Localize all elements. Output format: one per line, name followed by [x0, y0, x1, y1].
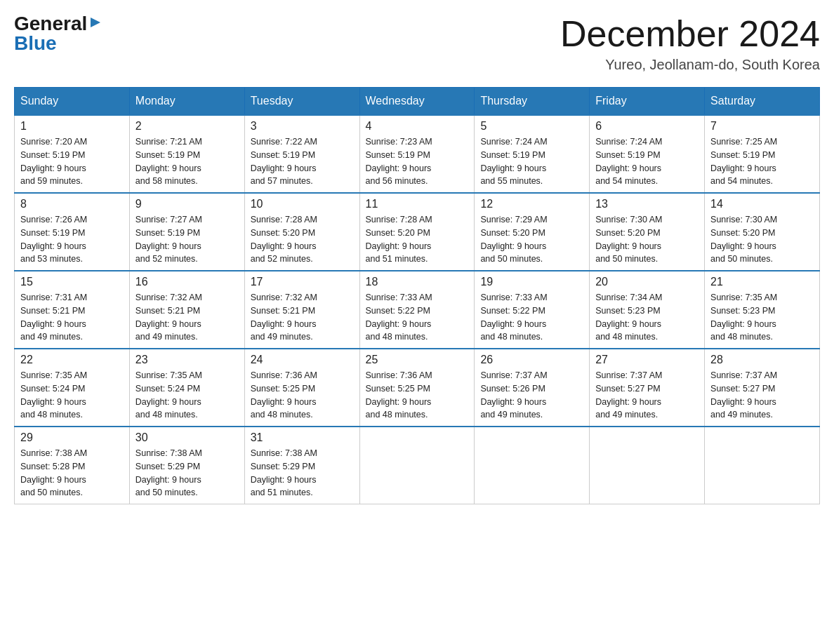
day-number: 25 — [366, 354, 469, 366]
day-number: 31 — [251, 431, 354, 444]
day-number: 13 — [595, 198, 699, 210]
calendar-cell: 25 Sunrise: 7:36 AMSunset: 5:25 PMDaylig… — [359, 349, 475, 427]
day-info: Sunrise: 7:37 AMSunset: 5:27 PMDaylight:… — [710, 370, 777, 420]
calendar-cell: 15 Sunrise: 7:31 AMSunset: 5:21 PMDaylig… — [15, 271, 130, 349]
week-row-4: 22 Sunrise: 7:35 AMSunset: 5:24 PMDaylig… — [15, 349, 820, 427]
header-thursday: Thursday — [475, 88, 590, 116]
calendar-header: Sunday Monday Tuesday Wednesday Thursday… — [15, 88, 820, 116]
calendar-cell: 3 Sunrise: 7:22 AMSunset: 5:19 PMDayligh… — [244, 115, 359, 193]
calendar-cell: 29 Sunrise: 7:38 AMSunset: 5:28 PMDaylig… — [15, 427, 130, 504]
calendar-cell: 2 Sunrise: 7:21 AMSunset: 5:19 PMDayligh… — [129, 115, 244, 193]
calendar-table: Sunday Monday Tuesday Wednesday Thursday… — [14, 87, 820, 504]
logo-triangle-icon — [89, 16, 102, 32]
calendar-cell: 4 Sunrise: 7:23 AMSunset: 5:19 PMDayligh… — [359, 115, 475, 193]
day-number: 29 — [20, 431, 124, 444]
calendar-cell: 13 Sunrise: 7:30 AMSunset: 5:20 PMDaylig… — [590, 193, 705, 271]
week-row-2: 8 Sunrise: 7:26 AMSunset: 5:19 PMDayligh… — [15, 193, 820, 271]
day-number: 22 — [20, 354, 124, 366]
day-info: Sunrise: 7:34 AMSunset: 5:23 PMDaylight:… — [595, 293, 662, 342]
day-info: Sunrise: 7:30 AMSunset: 5:20 PMDaylight:… — [710, 215, 777, 264]
week-row-1: 1 Sunrise: 7:20 AMSunset: 5:19 PMDayligh… — [15, 115, 820, 193]
month-title: December 2024 — [560, 14, 820, 54]
day-number: 23 — [135, 354, 239, 366]
logo-blue-text: Blue — [14, 32, 57, 54]
day-info: Sunrise: 7:31 AMSunset: 5:21 PMDaylight:… — [20, 293, 87, 342]
day-info: Sunrise: 7:28 AMSunset: 5:20 PMDaylight:… — [366, 215, 432, 264]
weekday-header-row: Sunday Monday Tuesday Wednesday Thursday… — [15, 88, 820, 116]
day-number: 5 — [480, 120, 583, 133]
day-info: Sunrise: 7:23 AMSunset: 5:19 PMDaylight:… — [366, 137, 432, 186]
svg-marker-0 — [91, 18, 100, 27]
day-info: Sunrise: 7:37 AMSunset: 5:26 PMDaylight:… — [480, 370, 547, 420]
header-monday: Monday — [129, 88, 244, 116]
day-info: Sunrise: 7:22 AMSunset: 5:19 PMDaylight:… — [251, 137, 317, 186]
header-sunday: Sunday — [15, 88, 130, 116]
day-info: Sunrise: 7:37 AMSunset: 5:27 PMDaylight:… — [595, 370, 662, 420]
calendar-cell: 8 Sunrise: 7:26 AMSunset: 5:19 PMDayligh… — [15, 193, 130, 271]
day-number: 9 — [135, 198, 239, 210]
day-number: 20 — [595, 276, 699, 288]
day-info: Sunrise: 7:26 AMSunset: 5:19 PMDaylight:… — [20, 215, 87, 264]
page-header: General Blue December 2024 Yureo, Jeolla… — [14, 14, 820, 73]
calendar-cell: 11 Sunrise: 7:28 AMSunset: 5:20 PMDaylig… — [359, 193, 475, 271]
calendar-cell: 12 Sunrise: 7:29 AMSunset: 5:20 PMDaylig… — [475, 193, 590, 271]
day-info: Sunrise: 7:32 AMSunset: 5:21 PMDaylight:… — [251, 293, 317, 342]
calendar-cell: 6 Sunrise: 7:24 AMSunset: 5:19 PMDayligh… — [590, 115, 705, 193]
day-number: 26 — [480, 354, 583, 366]
day-number: 10 — [251, 198, 354, 210]
calendar-cell: 7 Sunrise: 7:25 AMSunset: 5:19 PMDayligh… — [705, 115, 820, 193]
header-wednesday: Wednesday — [359, 88, 475, 116]
day-number: 4 — [366, 120, 469, 133]
day-number: 14 — [710, 198, 814, 210]
day-info: Sunrise: 7:38 AMSunset: 5:28 PMDaylight:… — [20, 448, 87, 497]
calendar-cell: 24 Sunrise: 7:36 AMSunset: 5:25 PMDaylig… — [244, 349, 359, 427]
calendar-cell: 14 Sunrise: 7:30 AMSunset: 5:20 PMDaylig… — [705, 193, 820, 271]
day-info: Sunrise: 7:36 AMSunset: 5:25 PMDaylight:… — [366, 370, 432, 420]
logo-general-text: General — [14, 14, 87, 34]
calendar-cell: 28 Sunrise: 7:37 AMSunset: 5:27 PMDaylig… — [705, 349, 820, 427]
day-info: Sunrise: 7:29 AMSunset: 5:20 PMDaylight:… — [480, 215, 547, 264]
day-info: Sunrise: 7:35 AMSunset: 5:24 PMDaylight:… — [135, 370, 202, 420]
calendar-body: 1 Sunrise: 7:20 AMSunset: 5:19 PMDayligh… — [15, 115, 820, 504]
day-info: Sunrise: 7:27 AMSunset: 5:19 PMDaylight:… — [135, 215, 202, 264]
calendar-cell: 10 Sunrise: 7:28 AMSunset: 5:20 PMDaylig… — [244, 193, 359, 271]
day-number: 16 — [135, 276, 239, 288]
day-number: 18 — [366, 276, 469, 288]
calendar-cell: 22 Sunrise: 7:35 AMSunset: 5:24 PMDaylig… — [15, 349, 130, 427]
day-number: 24 — [251, 354, 354, 366]
day-info: Sunrise: 7:35 AMSunset: 5:23 PMDaylight:… — [710, 293, 777, 342]
week-row-3: 15 Sunrise: 7:31 AMSunset: 5:21 PMDaylig… — [15, 271, 820, 349]
day-number: 7 — [710, 120, 814, 133]
day-number: 8 — [20, 198, 124, 210]
calendar-cell — [590, 427, 705, 504]
day-info: Sunrise: 7:24 AMSunset: 5:19 PMDaylight:… — [480, 137, 547, 186]
calendar-cell — [705, 427, 820, 504]
logo: General Blue — [14, 14, 102, 53]
header-tuesday: Tuesday — [244, 88, 359, 116]
day-info: Sunrise: 7:38 AMSunset: 5:29 PMDaylight:… — [251, 448, 317, 497]
day-info: Sunrise: 7:33 AMSunset: 5:22 PMDaylight:… — [366, 293, 432, 342]
calendar-cell: 27 Sunrise: 7:37 AMSunset: 5:27 PMDaylig… — [590, 349, 705, 427]
day-number: 11 — [366, 198, 469, 210]
day-info: Sunrise: 7:20 AMSunset: 5:19 PMDaylight:… — [20, 137, 87, 186]
calendar-cell: 1 Sunrise: 7:20 AMSunset: 5:19 PMDayligh… — [15, 115, 130, 193]
location-subtitle: Yureo, Jeollanam-do, South Korea — [560, 57, 820, 73]
day-number: 21 — [710, 276, 814, 288]
day-number: 28 — [710, 354, 814, 366]
day-number: 17 — [251, 276, 354, 288]
day-number: 12 — [480, 198, 583, 210]
calendar-cell: 19 Sunrise: 7:33 AMSunset: 5:22 PMDaylig… — [475, 271, 590, 349]
header-saturday: Saturday — [705, 88, 820, 116]
calendar-cell — [359, 427, 475, 504]
header-friday: Friday — [590, 88, 705, 116]
day-number: 27 — [595, 354, 699, 366]
day-number: 15 — [20, 276, 124, 288]
calendar-cell: 5 Sunrise: 7:24 AMSunset: 5:19 PMDayligh… — [475, 115, 590, 193]
day-info: Sunrise: 7:30 AMSunset: 5:20 PMDaylight:… — [595, 215, 662, 264]
day-info: Sunrise: 7:21 AMSunset: 5:19 PMDaylight:… — [135, 137, 202, 186]
calendar-cell: 17 Sunrise: 7:32 AMSunset: 5:21 PMDaylig… — [244, 271, 359, 349]
day-info: Sunrise: 7:25 AMSunset: 5:19 PMDaylight:… — [710, 137, 777, 186]
day-number: 30 — [135, 431, 239, 444]
day-info: Sunrise: 7:38 AMSunset: 5:29 PMDaylight:… — [135, 448, 202, 497]
calendar-cell: 23 Sunrise: 7:35 AMSunset: 5:24 PMDaylig… — [129, 349, 244, 427]
